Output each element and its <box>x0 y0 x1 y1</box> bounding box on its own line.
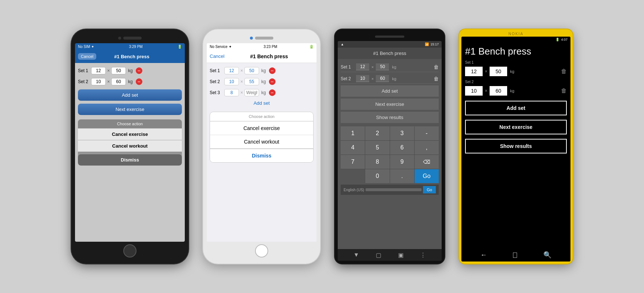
home-button[interactable] <box>123 244 136 257</box>
key-0[interactable]: 0 <box>365 169 389 183</box>
backspace-key[interactable]: ⌫ <box>415 155 439 169</box>
key-4[interactable]: 4 <box>341 141 365 155</box>
cancel-exercise-button[interactable]: Cancel exercise <box>78 128 182 140</box>
android-top-bar <box>338 32 442 41</box>
android-status-bar: ▲ 📶 15:17 <box>338 41 442 48</box>
iphone-white-content: Set 1 × kg − Set 2 × kg − Set 3 <box>207 63 317 242</box>
key-comma[interactable]: , <box>415 141 439 155</box>
key-empty <box>341 169 365 183</box>
space-key[interactable] <box>366 188 422 191</box>
next-exercise-button[interactable]: Next exercise <box>341 99 439 110</box>
remove-set-3-button[interactable]: − <box>269 89 276 96</box>
windows-icon[interactable]: ⎕ <box>513 251 517 259</box>
status-right: 🔋 <box>177 45 182 49</box>
add-set-link[interactable]: Add set <box>210 99 314 107</box>
home-icon[interactable]: ▢ <box>376 252 381 259</box>
dismiss-button[interactable]: Dismiss <box>78 154 182 166</box>
key-dot[interactable]: . <box>390 169 414 183</box>
set-1-weight-input[interactable] <box>244 67 259 74</box>
iphone-white-screen: No Service ✦ 3:23 PM 🔋 Cancel #1 Bench p… <box>207 43 317 242</box>
android-set-row-2: Set 2 × kg 🗑 <box>341 74 439 84</box>
key-8[interactable]: 8 <box>365 155 389 169</box>
status-center: 3:29 PM <box>129 45 142 49</box>
cancel-button[interactable]: Cancel <box>210 53 224 59</box>
set-1-weight-input[interactable] <box>111 67 126 74</box>
key-7[interactable]: 7 <box>341 155 365 169</box>
menu-icon[interactable]: ⋮ <box>420 252 426 259</box>
set-2-reps-input[interactable] <box>356 75 369 82</box>
next-exercise-button[interactable]: Next exercise <box>465 120 567 134</box>
set-2-label: Set 2 <box>210 79 223 84</box>
status-left: No Service ✦ <box>210 45 232 49</box>
remove-set-2-button[interactable]: − <box>136 78 142 85</box>
go-key[interactable]: Go <box>415 169 439 183</box>
cancel-workout-button[interactable]: Cancel workout <box>78 140 182 152</box>
times-icon-2: × <box>240 79 243 84</box>
set-3-weight-input[interactable] <box>244 89 259 96</box>
set-3-unit: kg <box>261 90 266 95</box>
set-2-reps-input[interactable] <box>91 78 106 85</box>
home-button[interactable] <box>255 244 268 257</box>
set-2-weight-input[interactable] <box>376 75 389 82</box>
set-1-reps-input[interactable] <box>91 67 106 74</box>
set-1-reps-input[interactable] <box>465 67 483 76</box>
set-1-unit: kg <box>261 68 266 73</box>
search-icon[interactable]: 🔍 <box>543 251 551 259</box>
exercise-title: #1 Bench press <box>465 46 567 57</box>
set-2-reps-input[interactable] <box>224 78 239 85</box>
set-2-weight-input[interactable] <box>490 86 507 96</box>
status-left: No SIM ✦ <box>78 45 94 49</box>
set-1-weight-input[interactable] <box>490 67 507 76</box>
set-2-label: Set 2 <box>341 76 354 81</box>
set-1-weight-input[interactable] <box>376 63 389 70</box>
set-row-1: Set 1 × kg − <box>78 66 182 75</box>
set-3-reps-input[interactable] <box>224 89 239 96</box>
dismiss-button[interactable]: Dismiss <box>210 148 313 162</box>
add-set-button[interactable]: Add set <box>341 85 439 97</box>
set-1-section-label: Set 1 <box>465 60 567 64</box>
recents-icon[interactable]: ▣ <box>398 252 404 259</box>
action-sheet: Choose action Cancel exercise Cancel wor… <box>78 119 182 166</box>
trash-icon-1[interactable]: 🗑 <box>561 68 567 75</box>
trash-icon[interactable]: 🗑 <box>434 64 439 70</box>
status-right: 📶 15:17 <box>425 42 439 46</box>
cancel-workout-button[interactable]: Cancel workout <box>210 135 313 148</box>
key-dash[interactable]: - <box>415 126 439 140</box>
set-2-unit: kg <box>128 79 133 84</box>
show-results-button[interactable]: Show results <box>341 112 439 123</box>
iphone-white-status-bar: No Service ✦ 3:23 PM 🔋 <box>207 43 317 50</box>
set-1-reps-input[interactable] <box>356 63 369 70</box>
remove-set-2-button[interactable]: − <box>269 78 276 85</box>
remove-set-1-button[interactable]: − <box>269 67 276 74</box>
cancel-exercise-button[interactable]: Cancel exercise <box>210 121 313 135</box>
key-5[interactable]: 5 <box>365 141 389 155</box>
show-results-button[interactable]: Show results <box>465 139 567 153</box>
key-2[interactable]: 2 <box>365 126 389 140</box>
go-bottom-key[interactable]: Go <box>423 186 436 193</box>
next-exercise-button[interactable]: Next exercise <box>78 104 182 115</box>
wifi-icon: 📶 <box>425 42 429 46</box>
status-time: 4:07 <box>561 38 568 41</box>
key-3[interactable]: 3 <box>390 126 414 140</box>
android-nav-bottom: ▼ ▢ ▣ ⋮ <box>338 249 442 261</box>
back-icon[interactable]: ← <box>480 251 487 259</box>
set-1-reps-input[interactable] <box>224 67 239 74</box>
android-set-row-1: Set 1 × kg 🗑 <box>341 62 439 72</box>
add-set-button[interactable]: Add set <box>465 101 567 115</box>
trash-icon-2[interactable]: 🗑 <box>434 76 439 82</box>
key-9[interactable]: 9 <box>390 155 414 169</box>
key-1[interactable]: 1 <box>341 126 365 140</box>
back-icon[interactable]: ▼ <box>353 252 359 258</box>
set-2-weight-input[interactable] <box>244 78 259 85</box>
key-6[interactable]: 6 <box>390 141 414 155</box>
iphone-black-status-bar: No SIM ✦ 3:29 PM 🔋 <box>75 43 185 50</box>
times-icon-2: × <box>107 79 110 84</box>
set-2-weight-input[interactable] <box>111 78 126 85</box>
nokia-main-content: #1 Bench press Set 1 × kg 🗑 Set 2 × kg 🗑 <box>461 42 570 248</box>
remove-set-1-button[interactable]: − <box>136 67 142 74</box>
times-icon-2: × <box>485 88 487 93</box>
add-set-button[interactable]: Add set <box>78 89 182 101</box>
set-2-section-label: Set 2 <box>465 80 567 84</box>
trash-icon-2[interactable]: 🗑 <box>561 88 567 94</box>
set-2-reps-input[interactable] <box>465 86 483 96</box>
